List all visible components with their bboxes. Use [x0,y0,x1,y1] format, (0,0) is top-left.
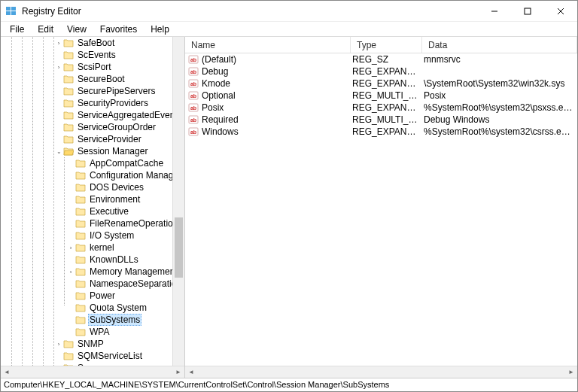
folder-icon [63,123,74,132]
tree-item[interactable]: Configuration Manage [2,169,172,181]
tree-item[interactable]: FileRenameOperations [2,217,172,229]
chevron-right-icon[interactable]: › [55,341,62,348]
tree-item[interactable]: ScEvents [2,49,172,61]
scroll-right-icon[interactable]: ► [172,366,184,378]
list-row[interactable]: ab(Default)REG_SZmnmsrvc [185,53,577,65]
tree-item[interactable]: Quota System [2,302,172,314]
tree-item[interactable]: NamespaceSeparation [2,278,172,290]
menu-file[interactable]: File [4,23,30,36]
svg-rect-3 [11,11,16,15]
list-row[interactable]: abDebugREG_EXPAND_SZ [185,65,577,77]
tree-item-label: SubSystems [88,314,141,326]
tree-item[interactable]: WPA [2,326,172,338]
tree-item[interactable]: ServiceProvider [2,133,172,145]
tree-item-label: SecurityProviders [76,98,150,108]
list-scrollbar-horizontal[interactable]: ◄ ► [185,366,577,378]
tree-item-label: SQMServiceList [76,351,144,361]
tree-item[interactable]: ›Memory Management [2,266,172,278]
tree-item-label: AppCompatCache [88,158,165,169]
close-button[interactable] [544,1,577,22]
tree-item-label: ServiceGroupOrder [76,122,157,132]
scroll-left-icon[interactable]: ◄ [1,366,13,378]
list-row[interactable]: abOptionalREG_MULTI_SZPosix [185,90,577,102]
folder-icon [63,111,74,120]
tree-item[interactable]: Environment [2,193,172,205]
chevron-right-icon[interactable]: › [55,64,62,71]
menu-help[interactable]: Help [144,23,175,36]
tree-item-label: SecureBoot [76,74,126,84]
tree-item[interactable]: ›kernel [2,242,172,254]
tree-item[interactable]: ServiceAggregatedEvents [2,109,172,121]
chevron-right-icon[interactable]: › [67,269,75,275]
value-data: \SystemRoot\System32\win32k.sys [424,78,577,89]
tree-item-label: Environment [88,194,141,205]
list-row[interactable]: abWindowsREG_EXPAND_SZ%SystemRoot%\syste… [185,126,577,138]
value-type: REG_EXPAND_SZ [352,102,424,113]
tree-item[interactable]: ›ScsiPort [2,61,172,73]
folder-icon [75,171,86,180]
tree-item[interactable]: SecurityProviders [2,97,172,109]
tree-item[interactable]: SubSystems [2,314,172,326]
folder-icon [75,183,86,192]
value-name: Windows [202,126,352,137]
column-header-type[interactable]: Type [351,37,422,53]
tree-pane: ›SafeBootScEvents›ScsiPortSecureBootSecu… [1,37,185,378]
scroll-left-icon[interactable]: ◄ [185,366,197,378]
svg-rect-5 [525,8,531,14]
list-row[interactable]: abRequiredREG_MULTI_SZDebug Windows [185,114,577,126]
value-data: mnmsrvc [424,54,577,65]
maximize-button[interactable] [511,1,544,22]
list-row[interactable]: abKmodeREG_EXPAND_SZ\SystemRoot\System32… [185,77,577,90]
tree-item-label: Memory Management [88,266,172,277]
svg-text:ab: ab [190,69,196,74]
tree-item[interactable]: KnownDLLs [2,254,172,266]
menu-favorites[interactable]: Favorites [94,23,143,36]
string-value-icon: ab [188,114,199,125]
menu-bar: File Edit View Favorites Help [1,22,577,37]
list-row[interactable]: abPosixREG_EXPAND_SZ%SystemRoot%\system3… [185,102,577,114]
tree-item-label: I/O System [88,230,135,241]
svg-rect-2 [6,11,11,15]
tree-item[interactable]: ⌄Session Manager [2,145,172,157]
tree-item[interactable]: SecurePipeServers [2,85,172,97]
tree-item-label: SecurePipeServers [76,86,157,96]
value-list[interactable]: ab(Default)REG_SZmnmsrvcabDebugREG_EXPAN… [185,53,577,378]
string-value-icon: ab [188,66,199,77]
value-type: REG_EXPAND_SZ [352,66,424,77]
value-name: Debug [202,66,352,77]
svg-text:ab: ab [190,129,196,135]
value-type: REG_EXPAND_SZ [352,126,424,137]
tree-item[interactable]: ›SafeBoot [2,37,172,49]
tree-item[interactable]: DOS Devices [2,181,172,193]
folder-icon [63,147,74,156]
tree-item[interactable]: SecureBoot [2,73,172,85]
tree-item[interactable]: AppCompatCache [2,157,172,169]
svg-rect-1 [11,7,16,11]
chevron-right-icon[interactable]: › [55,40,62,47]
menu-view[interactable]: View [61,23,93,36]
chevron-right-icon[interactable]: › [67,245,75,251]
scroll-right-icon[interactable]: ► [565,366,577,378]
svg-text:ab: ab [190,81,196,87]
tree-item-label: SafeBoot [76,38,116,48]
tree-item[interactable]: Executive [2,205,172,217]
tree-item[interactable]: ›SNMP [2,338,172,350]
registry-tree[interactable]: ›SafeBootScEvents›ScsiPortSecureBootSecu… [1,37,172,366]
menu-edit[interactable]: Edit [32,23,59,36]
tree-item-label: KnownDLLs [88,254,140,265]
tree-item[interactable]: I/O System [2,229,172,242]
column-header-data[interactable]: Data [422,37,577,53]
tree-item[interactable]: ServiceGroupOrder [2,121,172,133]
chevron-down-icon[interactable]: ⌄ [55,148,62,155]
tree-scrollbar-vertical[interactable] [172,37,184,366]
minimize-button[interactable] [478,1,511,22]
value-name: Optional [202,90,352,101]
tree-scrollbar-horizontal[interactable]: ◄ ► [1,366,184,378]
tree-scrollbar-thumb[interactable] [175,217,183,278]
tree-item-label: ScEvents [76,50,117,60]
column-header-name[interactable]: Name [185,37,351,53]
svg-text:ab: ab [190,93,196,99]
string-value-icon: ab [188,78,199,89]
tree-item[interactable]: SQMServiceList [2,350,172,362]
tree-item[interactable]: Power [2,290,172,302]
